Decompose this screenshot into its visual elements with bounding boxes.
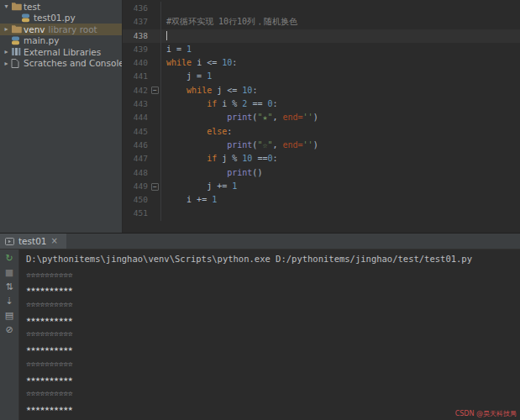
fold-spacer: [150, 111, 161, 124]
token-str: '': [303, 140, 313, 150]
run-tab-test01[interactable]: test01 ×: [0, 234, 66, 249]
fold-spacer: [150, 207, 161, 220]
line-number: 450: [123, 193, 150, 207]
code-line-443[interactable]: 443 if i % 2 == 0:: [123, 97, 520, 111]
token-plain: [166, 99, 207, 108]
scroll-to-end-icon[interactable]: ⇣: [3, 295, 17, 307]
line-number: 449: [123, 180, 150, 193]
token-num: 10: [242, 86, 252, 95]
console-output-wrap: D:\pythonitems\jinghao\venv\Scripts\pyth…: [19, 249, 520, 420]
code-text: j = 1: [161, 70, 212, 83]
line-number: 448: [123, 166, 150, 180]
fold-spacer: [150, 193, 161, 207]
line-number: 445: [123, 125, 150, 139]
token-plain: j %: [217, 154, 242, 163]
line-number: 439: [123, 43, 150, 56]
chevron-right-icon[interactable]: ▸: [2, 25, 11, 33]
token-plain: :: [227, 127, 232, 136]
tree-item-venv[interactable]: ▸venvlibrary root: [0, 24, 122, 35]
token-plain: [166, 86, 186, 95]
watermark: CSDN @昊天科技局: [455, 409, 517, 418]
fold-spacer: [150, 56, 161, 70]
token-num: 1: [186, 45, 192, 54]
token-plain: i +=: [166, 195, 212, 204]
line-number: 438: [123, 29, 150, 43]
token-plain: ): [313, 113, 318, 122]
tree-item-label: test: [24, 2, 40, 12]
tree-item-external-libraries[interactable]: ▸External Libraries: [0, 46, 122, 58]
tree-item-label: External Libraries: [24, 47, 101, 57]
token-kw: while: [186, 86, 212, 95]
caret: [166, 31, 167, 40]
line-number: 443: [123, 97, 150, 111]
chevron-right-icon[interactable]: ▸: [2, 60, 11, 67]
code-text: else:: [161, 125, 232, 139]
tree-item-label: Scratches and Consoles: [24, 58, 123, 68]
soft-wrap-icon[interactable]: ⇅: [3, 281, 17, 293]
tree-item-label: venv: [24, 24, 45, 34]
folder-icon: [11, 2, 24, 11]
token-plain: ==: [247, 99, 267, 108]
token-kwarg: end=: [283, 113, 303, 122]
clear-all-icon[interactable]: ⊘: [3, 323, 17, 336]
tree-item-test[interactable]: ▾test: [0, 1, 122, 13]
fold-collapse-icon[interactable]: −: [150, 180, 161, 193]
run-config-icon: [5, 234, 14, 249]
token-plain: :: [252, 86, 257, 95]
console-output: ☆☆☆☆☆☆☆☆☆☆★★★★★★★★★★☆☆☆☆☆☆☆☆☆☆★★★★★★★★★★…: [26, 267, 520, 416]
code-line-438[interactable]: 438: [123, 29, 520, 43]
console-line: ★★★★★★★★★★: [26, 312, 520, 327]
line-number: 447: [123, 152, 150, 165]
fold-collapse-icon[interactable]: −: [150, 84, 161, 97]
code-line-441[interactable]: 441 j = 1: [123, 70, 520, 83]
code-line-451[interactable]: 451: [123, 207, 520, 220]
external-libraries-icon: [11, 47, 24, 56]
code-line-439[interactable]: 439i = 1: [123, 43, 520, 56]
fold-spacer: [150, 152, 161, 165]
token-str: "☆": [257, 140, 272, 150]
code-line-442[interactable]: 442− while j <= 10:: [123, 84, 520, 97]
close-tab-icon[interactable]: ×: [51, 237, 58, 245]
code-line-444[interactable]: 444 print("★", end=''): [123, 111, 520, 124]
code-line-450[interactable]: 450 i += 1: [123, 193, 520, 207]
token-plain: (): [252, 168, 262, 177]
line-number: 444: [123, 111, 150, 124]
tree-item-scratches-and-consoles[interactable]: ▸Scratches and Consoles: [0, 58, 122, 70]
code-line-445[interactable]: 445 else:: [123, 125, 520, 139]
code-line-437[interactable]: 437#双循环实现 10行10列，随机换色: [123, 15, 520, 29]
token-kw: if: [207, 99, 217, 108]
fold-spacer: [150, 97, 161, 111]
code-line-448[interactable]: 448 print(): [123, 166, 520, 180]
tree-item-main-py[interactable]: main.py: [0, 35, 122, 47]
rerun-icon[interactable]: ↻: [3, 252, 17, 265]
token-plain: ): [313, 140, 318, 150]
stop-icon[interactable]: ■: [3, 266, 17, 279]
code-area: 436437#双循环实现 10行10列，随机换色438439i = 1440wh…: [123, 2, 520, 221]
line-number: 451: [123, 207, 150, 220]
console-line: ☆☆☆☆☆☆☆☆☆☆: [26, 386, 520, 401]
token-plain: j <=: [212, 86, 242, 95]
fold-minus-icon[interactable]: −: [151, 183, 159, 191]
token-plain: ,: [272, 113, 282, 122]
code-text: while j <= 10:: [161, 84, 257, 97]
code-line-449[interactable]: 449− j += 1: [123, 180, 520, 193]
token-str: '': [303, 113, 313, 122]
tree-item-test01-py[interactable]: test01.py: [0, 13, 122, 24]
print-icon[interactable]: ▤: [3, 309, 17, 322]
code-line-447[interactable]: 447 if j % 10 ==0:: [123, 152, 520, 165]
chevron-down-icon[interactable]: ▾: [2, 3, 11, 10]
tree-item-label: main.py: [24, 35, 59, 45]
token-plain: i <=: [192, 58, 222, 67]
code-line-446[interactable]: 446 print("☆", end=''): [123, 139, 520, 152]
code-line-436[interactable]: 436: [123, 2, 520, 15]
project-panel: ▾testtest01.py▸venvlibrary rootmain.py▸E…: [0, 0, 123, 233]
token-kwarg: end=: [283, 140, 303, 150]
tree-item-label: test01.py: [34, 13, 76, 23]
line-number: 442: [123, 84, 150, 97]
fold-minus-icon[interactable]: −: [151, 87, 159, 94]
code-line-440[interactable]: 440while i <= 10:: [123, 56, 520, 70]
console-line: ★★★★★★★★★★: [26, 281, 520, 297]
token-plain: i %: [217, 99, 242, 108]
chevron-right-icon[interactable]: ▸: [2, 48, 11, 55]
code-text: print(): [161, 166, 262, 180]
